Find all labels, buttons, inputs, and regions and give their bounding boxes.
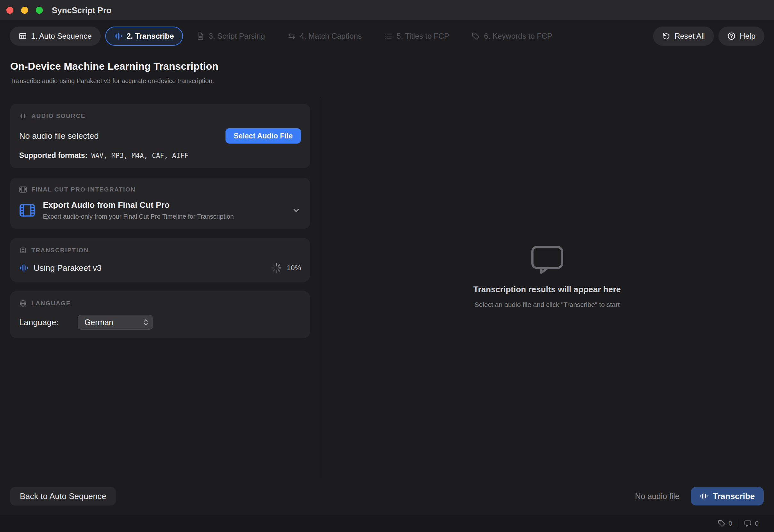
results-panel: Transcription results will appear here S… [320, 98, 774, 478]
waveform-icon [114, 32, 122, 40]
fcp-export-row[interactable]: Export Audio from Final Cut Pro Export a… [19, 200, 301, 220]
transcription-progress: 10% [271, 262, 301, 273]
comment-bubble-icon [744, 520, 752, 527]
waveform-blue-icon [19, 263, 29, 273]
spinner-icon [271, 262, 282, 273]
results-placeholder-title: Transcription results will appear here [473, 285, 621, 294]
film-icon [19, 204, 35, 217]
transcription-card: TRANSCRIPTION Using Parakeet v3 10% [10, 238, 310, 282]
tag-count: 0 [729, 520, 732, 527]
tag-icon [472, 32, 480, 40]
app-window: SyncScript Pro 1. Auto Sequence 2. Trans… [0, 0, 774, 532]
transcribe-button-label: Transcribe [713, 491, 755, 501]
language-row: Language: German [19, 315, 301, 330]
tab-label: 5. Titles to FCP [397, 32, 449, 41]
tab-label: 1. Auto Sequence [31, 32, 92, 41]
page-subtitle: Transcribe audio using Parakeet v3 for a… [10, 77, 764, 85]
tab-auto-sequence[interactable]: 1. Auto Sequence [10, 27, 101, 46]
document-icon [196, 32, 205, 40]
fcp-integration-card: FINAL CUT PRO INTEGRATION Export Audio f… [10, 178, 310, 229]
language-header: LANGUAGE [19, 300, 301, 307]
window-controls [6, 7, 43, 14]
tab-label: 6. Keywords to FCP [484, 32, 552, 41]
language-card: LANGUAGE Language: German [10, 291, 310, 338]
minimize-button[interactable] [21, 7, 28, 14]
page-title: On-Device Machine Learning Transcription [10, 60, 764, 72]
tab-match-captions[interactable]: 4. Match Captions [278, 27, 371, 46]
tab-label: 3. Script Parsing [209, 32, 265, 41]
language-selected-value: German [84, 318, 143, 327]
model-status: Using Parakeet v3 [19, 263, 101, 273]
footer-right: No audio file Transcribe [635, 487, 764, 505]
content-area: AUDIO SOURCE No audio file selected Sele… [0, 98, 774, 478]
tab-script-parsing[interactable]: 3. Script Parsing [187, 27, 274, 46]
tag-small-icon [718, 520, 725, 527]
comment-count: 0 [755, 520, 759, 527]
audio-source-header: AUDIO SOURCE [19, 112, 301, 120]
transcription-section-title: TRANSCRIPTION [31, 247, 89, 254]
help-icon [727, 32, 736, 40]
language-label: Language: [19, 317, 59, 327]
film-small-icon [19, 186, 27, 193]
step-tabbar: 1. Auto Sequence 2. Transcribe 3. Script… [0, 21, 774, 51]
fcp-integration-header: FINAL CUT PRO INTEGRATION [19, 186, 301, 193]
back-to-auto-sequence-button[interactable]: Back to Auto Sequence [10, 487, 116, 505]
model-status-label: Using Parakeet v3 [34, 263, 101, 273]
waveform-button-icon [700, 492, 708, 500]
tag-counter: 0 [718, 520, 732, 527]
chip-icon [19, 246, 27, 254]
results-empty-state: Transcription results will appear here S… [473, 246, 621, 309]
supported-formats-label: Supported formats: [19, 151, 87, 160]
tab-titles-to-fcp[interactable]: 5. Titles to FCP [375, 27, 458, 46]
tab-keywords-to-fcp[interactable]: 6. Keywords to FCP [463, 27, 561, 46]
supported-formats-row: Supported formats: WAV, MP3, M4A, CAF, A… [19, 151, 301, 160]
audio-source-card: AUDIO SOURCE No audio file selected Sele… [10, 104, 310, 168]
fcp-export-title: Export Audio from Final Cut Pro [43, 200, 284, 210]
tab-label: 2. Transcribe [127, 32, 174, 41]
close-button[interactable] [6, 7, 13, 14]
supported-formats-value: WAV, MP3, M4A, CAF, AIFF [91, 152, 188, 160]
comment-counter: 0 [744, 520, 759, 527]
globe-icon [19, 300, 27, 307]
grid-icon [19, 32, 27, 40]
speech-bubble-icon [531, 246, 564, 274]
audio-source-row: No audio file selected Select Audio File [19, 128, 301, 144]
reset-all-button[interactable]: Reset All [653, 27, 714, 46]
swap-arrows-icon [287, 32, 296, 40]
reset-icon [662, 32, 670, 40]
reset-all-label: Reset All [675, 32, 705, 41]
chevron-up-down-icon [143, 318, 149, 326]
chevron-down-icon[interactable] [291, 206, 301, 215]
settings-panel: AUDIO SOURCE No audio file selected Sele… [0, 98, 320, 478]
audio-source-section-title: AUDIO SOURCE [31, 113, 85, 120]
audio-file-status: No audio file selected [19, 131, 99, 141]
transcribe-button[interactable]: Transcribe [691, 487, 764, 505]
zoom-button[interactable] [36, 7, 43, 14]
status-strip: 0 0 [0, 514, 774, 532]
progress-percent: 10% [287, 264, 301, 272]
footer-bar: Back to Auto Sequence No audio file Tran… [0, 478, 774, 514]
window-title: SyncScript Pro [52, 5, 111, 15]
no-audio-file-status: No audio file [635, 492, 680, 501]
status-divider [738, 519, 738, 528]
list-lines-icon [384, 32, 393, 40]
results-placeholder-subtitle: Select an audio file and click "Transcri… [474, 301, 620, 309]
transcription-header: TRANSCRIPTION [19, 246, 301, 254]
tab-transcribe[interactable]: 2. Transcribe [105, 27, 183, 46]
language-section-title: LANGUAGE [31, 300, 71, 307]
fcp-export-text: Export Audio from Final Cut Pro Export a… [43, 200, 284, 220]
fcp-export-subtitle: Export audio-only from your Final Cut Pr… [43, 213, 284, 220]
help-button[interactable]: Help [718, 27, 764, 46]
help-label: Help [740, 32, 755, 41]
language-select[interactable]: German [78, 315, 153, 330]
waveform-small-icon [19, 112, 27, 120]
page-header: On-Device Machine Learning Transcription… [0, 51, 774, 98]
fcp-section-title: FINAL CUT PRO INTEGRATION [31, 186, 136, 193]
titlebar: SyncScript Pro [0, 0, 774, 21]
tab-label: 4. Match Captions [300, 32, 362, 41]
transcription-status-row: Using Parakeet v3 10% [19, 262, 301, 273]
select-audio-file-button[interactable]: Select Audio File [225, 128, 301, 144]
